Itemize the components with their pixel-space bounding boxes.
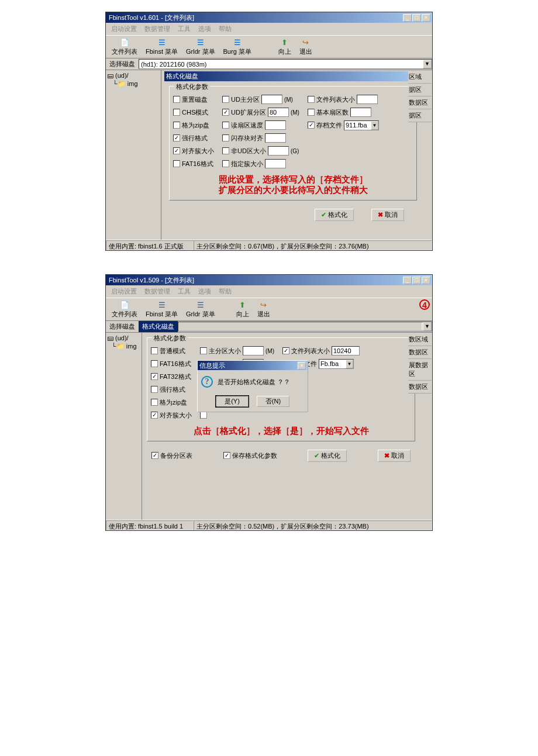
tree-node[interactable]: └📁 img [107, 342, 140, 351]
checkbox-align-cluster[interactable] [151, 412, 158, 419]
checkbox-zip-disk[interactable] [173, 122, 180, 129]
format-button[interactable]: ✔格式化 [315, 209, 354, 221]
watermark: YLMF [393, 491, 430, 509]
input-nonud-size[interactable] [268, 146, 289, 156]
side-panel: 区域 据区 数据区 据区 [408, 71, 432, 122]
input-ud-main[interactable] [261, 95, 282, 104]
popup-no-button[interactable]: 否(N) [257, 396, 289, 407]
titlebar[interactable]: FbinstTool v1.601 - [文件列表] _ □ × [106, 12, 432, 23]
disk-select-dropdown[interactable]: (hd1): 2012160 (983m)▼ [139, 59, 432, 69]
menu-item[interactable]: 选项 [195, 23, 214, 34]
chevron-down-icon: ▼ [346, 360, 353, 368]
disk-select-label: 选择磁盘 [106, 321, 139, 332]
input-main-size[interactable] [243, 346, 264, 355]
menubar: 启动设置 数据管理 工具 选项 帮助 [106, 285, 432, 298]
checkbox-ud-main[interactable] [222, 96, 229, 103]
input-base-sectors[interactable] [350, 108, 371, 117]
input-flash-align[interactable] [265, 133, 286, 143]
window-title: FbinstTool v1.601 - [文件列表] [108, 13, 403, 22]
menu-item[interactable]: 数据管理 [142, 286, 173, 297]
menu-item[interactable]: 帮助 [216, 23, 234, 34]
menu-item[interactable]: 工具 [175, 23, 194, 34]
options-col-3: 文件列表大小 基本扇区数 存档文件911.fba▼ [308, 94, 379, 170]
minimize-button[interactable]: _ [403, 14, 412, 22]
x-icon: ✖ [384, 452, 389, 460]
status-version: 使用内置: fbinst1.6 正式版 [106, 240, 194, 250]
close-button[interactable]: × [422, 14, 430, 22]
exit-icon: ↪ [259, 300, 268, 309]
checkbox-reset-disk[interactable] [173, 96, 180, 103]
checkbox-flash-align[interactable] [222, 134, 229, 141]
checkbox-save-params[interactable] [223, 452, 230, 459]
toolbar: 📄文件列表 ☰Fbinst 菜单 ☰Grldr 菜单 ⬆向上 ↪退出 4 [106, 298, 432, 321]
checkbox-force-format[interactable] [173, 134, 180, 141]
toolbar-filelist[interactable]: 📄文件列表 [108, 37, 141, 57]
toolbar-up[interactable]: ⬆向上 [233, 299, 253, 319]
input-cluster-size[interactable] [265, 159, 286, 168]
popup-title[interactable]: 信息提示× [198, 361, 308, 370]
checkbox-nonud-size[interactable] [222, 147, 229, 154]
input-ud-ext[interactable] [268, 108, 289, 117]
instruction-text: 扩展分区的大小要比待写入的文件稍大 [173, 185, 413, 195]
input-filelist-size[interactable] [357, 95, 378, 104]
tree-node[interactable]: └📁 img [107, 80, 160, 88]
toolbar-exit[interactable]: ↪退出 [254, 299, 274, 319]
dropdown-archive-file[interactable]: 911.fba▼ [344, 120, 379, 130]
menu-item[interactable]: 帮助 [216, 286, 234, 297]
file-tree[interactable]: 🖴 (ud)/ └📁 img [106, 70, 161, 240]
checkbox-force-format[interactable] [151, 386, 158, 393]
checkbox-zip-disk[interactable] [151, 399, 158, 406]
checkbox-cluster-size[interactable] [222, 160, 229, 167]
close-button[interactable]: × [422, 277, 430, 284]
checkbox-chs-mode[interactable] [173, 109, 180, 116]
checkbox-filelist-size[interactable] [308, 96, 315, 103]
minimize-button[interactable]: _ [403, 277, 412, 284]
checkbox-base-sectors[interactable] [308, 109, 315, 116]
checkbox-align-cluster[interactable] [173, 147, 180, 154]
checkbox-filelist-size[interactable] [282, 347, 289, 354]
toolbar-burg[interactable]: ☰Burg 菜单 [220, 37, 255, 57]
maximize-button[interactable]: □ [412, 14, 421, 22]
format-button[interactable]: ✔格式化 [308, 450, 347, 462]
disk-select-bar: 选择磁盘 格式化磁盘 ×▼ [106, 321, 432, 333]
menu-item[interactable]: 启动设置 [108, 286, 140, 297]
tree-root[interactable]: 🖴 (ud)/ [107, 334, 140, 342]
checkbox-read-speed[interactable] [222, 122, 229, 129]
dialog-titlebar[interactable]: 格式化磁盘 × [164, 71, 422, 81]
checkbox-fat16[interactable] [151, 360, 158, 367]
exit-icon: ↪ [301, 37, 311, 47]
toolbar-fbinst[interactable]: ☰Fbinst 菜单 [142, 37, 181, 57]
checkbox-backup-partition[interactable] [151, 452, 158, 459]
toolbar-fbinst[interactable]: ☰Fbinst 菜单 [142, 299, 181, 319]
menu-item[interactable]: 工具 [175, 286, 194, 297]
cancel-button[interactable]: ✖取消 [378, 450, 411, 462]
menu-icon: ☰ [157, 37, 167, 47]
checkbox-fat32[interactable] [151, 373, 158, 380]
checkbox-ud-ext[interactable] [222, 109, 229, 116]
maximize-button[interactable]: □ [412, 277, 421, 284]
toolbar-filelist[interactable]: 📄文件列表 [108, 299, 141, 319]
toolbar-grldr[interactable]: ☰Grldr 菜单 [182, 299, 219, 319]
cancel-button[interactable]: ✖取消 [371, 209, 404, 221]
checkbox-fat16[interactable] [173, 160, 180, 167]
toolbar-grldr[interactable]: ☰Grldr 菜单 [182, 37, 219, 57]
checkbox-normal-mode[interactable] [151, 347, 158, 354]
input-read-speed[interactable] [265, 120, 286, 130]
menubar: 启动设置 数据管理 工具 选项 帮助 [106, 23, 432, 35]
popup-close-button[interactable]: × [298, 362, 306, 370]
menu-item[interactable]: 数据管理 [142, 23, 173, 34]
checkbox-main-size[interactable] [200, 347, 207, 354]
menu-item[interactable]: 启动设置 [108, 23, 140, 34]
toolbar-up[interactable]: ⬆向上 [275, 37, 295, 57]
file-tree[interactable]: 🖴 (ud)/ └📁 img [106, 333, 142, 520]
checkbox-archive-file[interactable] [308, 122, 315, 129]
titlebar[interactable]: FbinstTool v1.509 - [文件列表] _ □ × [106, 275, 432, 285]
input-filelist-size[interactable] [332, 346, 360, 355]
dropdown-archive-file[interactable]: Fb.fba▼ [319, 359, 354, 369]
popup-yes-button[interactable]: 是(Y) [216, 396, 249, 407]
toolbar-exit[interactable]: ↪退出 [296, 37, 316, 57]
tree-root[interactable]: 🖴 (ud)/ [107, 71, 160, 80]
list-icon: 📄 [120, 300, 129, 309]
disk-select-dropdown[interactable]: ×▼ [178, 322, 432, 332]
menu-item[interactable]: 选项 [195, 286, 214, 297]
